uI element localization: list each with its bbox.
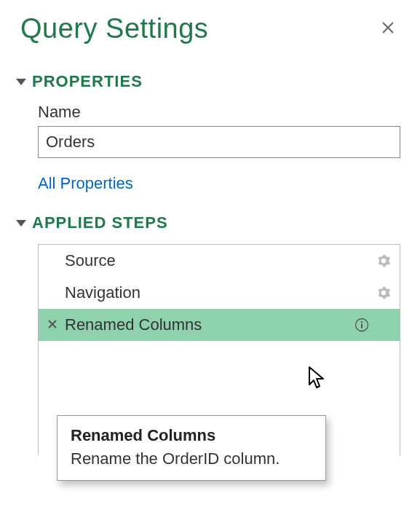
- applied-steps-header[interactable]: APPLIED STEPS: [20, 213, 400, 232]
- step-source[interactable]: ✕ Source: [39, 245, 400, 277]
- close-icon[interactable]: [376, 17, 400, 40]
- step-label: Source: [60, 251, 376, 270]
- properties-body: Name All Properties: [20, 103, 400, 193]
- step-label: Navigation: [60, 283, 376, 302]
- properties-heading: PROPERTIES: [32, 72, 143, 91]
- tooltip-title: Renamed Columns: [71, 426, 312, 445]
- gear-icon[interactable]: [376, 286, 391, 300]
- query-name-input[interactable]: [38, 126, 400, 158]
- step-navigation[interactable]: ✕ Navigation: [39, 277, 400, 309]
- delete-step-icon[interactable]: [44, 318, 60, 333]
- panel-header: Query Settings: [20, 13, 400, 44]
- gear-icon[interactable]: [376, 254, 391, 268]
- applied-steps-heading: APPLIED STEPS: [32, 213, 168, 232]
- svg-point-1: [361, 321, 362, 323]
- step-tooltip: Renamed Columns Rename the OrderID colum…: [57, 415, 326, 481]
- collapse-arrow-icon: [16, 220, 26, 227]
- collapse-arrow-icon: [16, 79, 26, 85]
- properties-section: PROPERTIES Name All Properties: [20, 72, 400, 193]
- info-icon[interactable]: [354, 318, 369, 332]
- svg-rect-2: [361, 324, 362, 329]
- step-label: Renamed Columns: [60, 315, 354, 334]
- tooltip-description: Rename the OrderID column.: [71, 449, 312, 468]
- step-renamed-columns[interactable]: Renamed Columns: [39, 309, 400, 341]
- all-properties-link[interactable]: All Properties: [38, 174, 133, 193]
- panel-title: Query Settings: [20, 13, 208, 44]
- properties-header[interactable]: PROPERTIES: [20, 72, 400, 91]
- name-field-label: Name: [38, 103, 400, 122]
- query-settings-panel: Query Settings PROPERTIES Name All Prope…: [0, 0, 420, 455]
